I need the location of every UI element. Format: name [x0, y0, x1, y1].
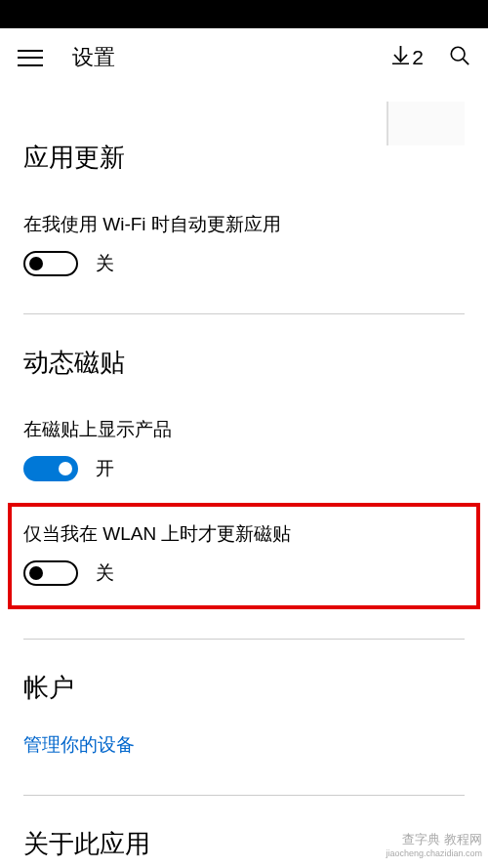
section-title-live-tile: 动态磁贴	[23, 346, 465, 380]
watermark-line2: jiaocheng.chazidian.com	[386, 848, 482, 860]
show-products-toggle[interactable]	[23, 456, 78, 481]
divider	[23, 313, 465, 314]
watermark: 查字典 教程网 jiaocheng.chazidian.com	[386, 832, 482, 860]
show-products-state: 开	[96, 456, 114, 481]
downloads-button[interactable]: 2	[392, 46, 424, 69]
watermark-line1: 查字典 教程网	[386, 832, 482, 848]
section-account: 帐户 管理你的设备	[23, 639, 465, 758]
placeholder-graphic	[386, 102, 465, 145]
page-title: 设置	[72, 43, 392, 72]
hamburger-menu-icon[interactable]	[18, 50, 43, 66]
search-icon[interactable]	[449, 45, 470, 70]
wlan-only-state: 关	[96, 560, 114, 586]
svg-line-1	[463, 59, 468, 64]
manage-devices-link[interactable]: 管理你的设备	[23, 732, 465, 758]
status-bar	[0, 0, 488, 28]
wifi-auto-update-label: 在我使用 Wi-Fi 时自动更新应用	[23, 212, 465, 237]
wlan-only-label: 仅当我在 WLAN 上时才更新磁贴	[23, 521, 465, 547]
show-products-label: 在磁贴上显示产品	[23, 417, 465, 442]
section-live-tile: 动态磁贴 在磁贴上显示产品 开 仅当我在 WLAN 上时才更新磁贴 关	[23, 346, 465, 609]
svg-point-0	[451, 47, 465, 61]
wifi-auto-update-toggle[interactable]	[23, 251, 78, 276]
download-count: 2	[412, 46, 424, 69]
divider	[23, 639, 465, 640]
highlight-box: 仅当我在 WLAN 上时才更新磁贴 关	[8, 503, 480, 609]
download-arrow-icon	[392, 46, 409, 69]
app-header: 设置 2	[0, 28, 488, 87]
wlan-only-toggle[interactable]	[23, 560, 78, 586]
section-title-account: 帐户	[23, 671, 465, 705]
section-app-update: 应用更新 在我使用 Wi-Fi 时自动更新应用 关	[23, 141, 465, 276]
wifi-auto-update-state: 关	[96, 251, 114, 276]
section-title-app-update: 应用更新	[23, 141, 465, 175]
divider	[23, 795, 465, 796]
